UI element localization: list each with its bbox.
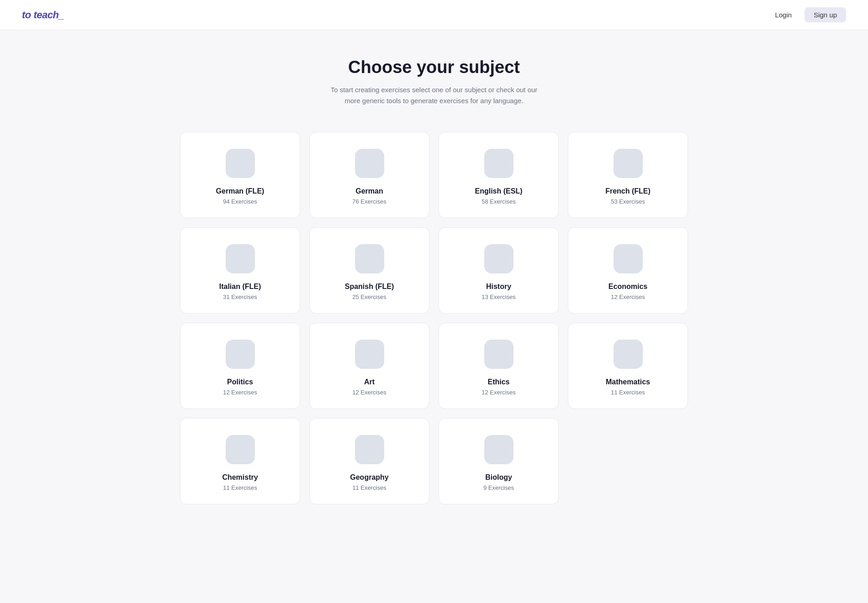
- subject-count: 31 Exercises: [223, 294, 257, 300]
- subject-count: 76 Exercises: [352, 198, 386, 205]
- login-button[interactable]: Login: [769, 7, 797, 22]
- subject-count: 11 Exercises: [611, 389, 645, 396]
- subject-card[interactable]: Politics12 Exercises: [180, 323, 300, 409]
- subject-card[interactable]: Art12 Exercises: [309, 323, 429, 409]
- hero-section: Choose your subject To start creating ex…: [180, 58, 688, 106]
- subject-grid: German (FLE)94 ExercisesGerman76 Exercis…: [180, 132, 688, 504]
- subject-name: Chemistry: [222, 473, 258, 482]
- subject-card[interactable]: German76 Exercises: [309, 132, 429, 218]
- subject-card[interactable]: German (FLE)94 Exercises: [180, 132, 300, 218]
- subject-card[interactable]: English (ESL)58 Exercises: [439, 132, 559, 218]
- subject-icon: [226, 435, 255, 464]
- subject-icon: [226, 149, 255, 178]
- subject-count: 13 Exercises: [482, 294, 515, 300]
- nav-actions: Login Sign up: [769, 7, 846, 22]
- subject-count: 12 Exercises: [352, 389, 386, 396]
- subject-card[interactable]: French (FLE)53 Exercises: [568, 132, 688, 218]
- subject-name: Geography: [350, 473, 388, 482]
- subject-card[interactable]: Mathematics11 Exercises: [568, 323, 688, 409]
- subject-name: Ethics: [487, 378, 509, 386]
- subject-name: Mathematics: [606, 378, 650, 386]
- subject-count: 53 Exercises: [611, 198, 645, 205]
- logo: to teach_: [22, 9, 64, 21]
- subject-card[interactable]: Geography11 Exercises: [309, 418, 429, 504]
- subject-icon: [355, 435, 384, 464]
- subject-card[interactable]: Spanish (FLE)25 Exercises: [309, 227, 429, 314]
- subject-name: Economics: [609, 283, 647, 291]
- main-content: Choose your subject To start creating ex…: [169, 30, 699, 541]
- navbar: to teach_ Login Sign up: [0, 0, 868, 30]
- subject-name: Politics: [227, 378, 253, 386]
- subject-card[interactable]: Italian (FLE)31 Exercises: [180, 227, 300, 314]
- page-title: Choose your subject: [180, 58, 688, 77]
- subject-count: 94 Exercises: [223, 198, 257, 205]
- subject-name: German: [355, 187, 383, 195]
- subject-icon: [614, 149, 643, 178]
- subject-card[interactable]: Biology9 Exercises: [439, 418, 559, 504]
- subject-icon: [614, 340, 643, 369]
- subject-name: Spanish (FLE): [345, 283, 394, 291]
- subject-count: 11 Exercises: [223, 484, 257, 491]
- subject-name: Biology: [485, 473, 512, 482]
- subject-name: German (FLE): [216, 187, 265, 195]
- subject-icon: [355, 340, 384, 369]
- subject-name: English (ESL): [475, 187, 523, 195]
- subject-count: 12 Exercises: [223, 389, 257, 396]
- subject-icon: [484, 340, 513, 369]
- subject-name: History: [486, 283, 511, 291]
- subject-card[interactable]: Ethics12 Exercises: [439, 323, 559, 409]
- subject-icon: [226, 244, 255, 273]
- subject-count: 11 Exercises: [352, 484, 386, 491]
- subject-card[interactable]: Economics12 Exercises: [568, 227, 688, 314]
- signup-button[interactable]: Sign up: [804, 7, 846, 22]
- subject-count: 25 Exercises: [352, 294, 386, 300]
- subject-name: French (FLE): [605, 187, 651, 195]
- subject-name: Art: [364, 378, 375, 386]
- subject-icon: [355, 244, 384, 273]
- subject-icon: [355, 149, 384, 178]
- subject-name: Italian (FLE): [219, 283, 261, 291]
- hero-subtitle: To start creating exercises select one o…: [329, 84, 539, 106]
- subject-count: 12 Exercises: [482, 389, 515, 396]
- subject-count: 12 Exercises: [611, 294, 645, 300]
- subject-card[interactable]: Chemistry11 Exercises: [180, 418, 300, 504]
- subject-icon: [226, 340, 255, 369]
- subject-count: 58 Exercises: [482, 198, 515, 205]
- subject-icon: [484, 435, 513, 464]
- subject-count: 9 Exercises: [483, 484, 514, 491]
- subject-icon: [614, 244, 643, 273]
- subject-icon: [484, 244, 513, 273]
- subject-card[interactable]: History13 Exercises: [439, 227, 559, 314]
- subject-icon: [484, 149, 513, 178]
